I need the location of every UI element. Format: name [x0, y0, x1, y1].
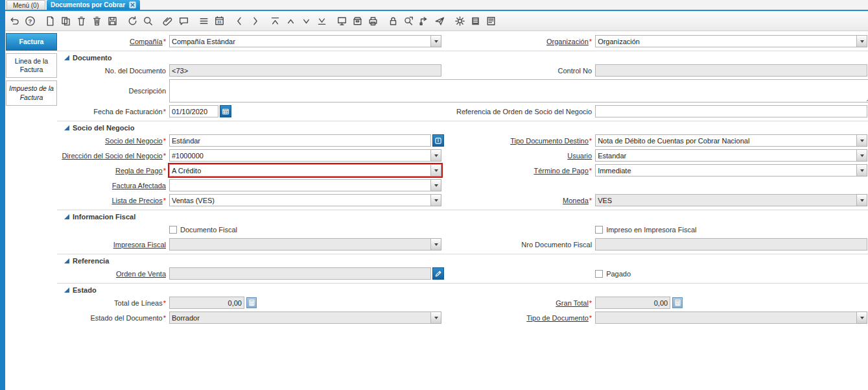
moneda-dropdown-button[interactable] — [857, 194, 867, 206]
request-icon[interactable] — [432, 13, 447, 29]
zoom-across-icon[interactable] — [401, 13, 416, 29]
copy-record-icon[interactable] — [58, 13, 73, 29]
impresora-fiscal-label[interactable]: Impresora Fiscal — [113, 241, 166, 249]
history-icon[interactable]: 31 — [211, 13, 227, 29]
impreso-impresora-fiscal-checkbox[interactable] — [595, 226, 603, 234]
control-no-input[interactable] — [595, 64, 867, 77]
tipo-documento-dropdown-button[interactable] — [857, 311, 867, 324]
no-documento-input[interactable] — [169, 64, 441, 77]
find-icon[interactable] — [140, 13, 156, 29]
tipo-documento-label[interactable]: Tipo de Documento — [526, 314, 589, 322]
report-icon[interactable] — [334, 13, 349, 29]
tipo-documento-destino-label[interactable]: Tipo Documento Destino — [510, 137, 589, 145]
descripcion-textarea[interactable] — [169, 79, 868, 103]
tab-documentos-por-cobrar[interactable]: Documentos por Cobrar — [47, 0, 140, 10]
direccion-socio-dropdown-button[interactable] — [431, 149, 441, 162]
new-record-icon[interactable] — [42, 13, 58, 29]
sidebar-tab-factura-label: Factura — [19, 38, 44, 45]
preference-icon[interactable] — [452, 13, 467, 29]
factura-afectada-label[interactable]: Factura Afectada — [112, 182, 166, 189]
sidebar-tab-impuesto-factura[interactable]: Impuesto de la Factura — [6, 80, 57, 105]
sidebar-tab-linea-factura[interactable]: Linea de la Factura — [6, 53, 57, 78]
gran-total-calculator-button[interactable] — [672, 297, 683, 308]
print-preview-icon[interactable] — [483, 13, 499, 29]
factura-afectada-input[interactable] — [169, 179, 431, 191]
lista-precios-dropdown-button[interactable] — [431, 194, 441, 206]
fecha-calendar-button[interactable] — [220, 105, 231, 117]
compania-input[interactable] — [169, 35, 431, 47]
orden-venta-input[interactable] — [169, 267, 431, 280]
section-header-documento[interactable]: Documento — [57, 52, 868, 63]
process-icon[interactable] — [467, 13, 483, 29]
organizacion-dropdown-button[interactable] — [857, 35, 867, 47]
total-lineas-input[interactable] — [169, 297, 244, 309]
total-lineas-calculator-button[interactable] — [246, 297, 257, 308]
pagado-checkbox[interactable] — [595, 270, 603, 278]
workflow-icon[interactable] — [416, 13, 432, 29]
estado-documento-input[interactable] — [169, 311, 431, 324]
moneda-label[interactable]: Moneda — [563, 197, 589, 204]
usuario-label[interactable]: Usuario — [567, 152, 592, 160]
gran-total-label[interactable]: Gran Total — [556, 299, 589, 307]
detail-record-icon[interactable] — [247, 13, 263, 29]
tab-menu[interactable]: Menú (0) — [6, 0, 45, 10]
socio-negocio-input[interactable] — [169, 134, 431, 147]
orden-venta-label[interactable]: Orden de Venta — [116, 270, 166, 278]
tipo-documento-input[interactable] — [595, 311, 857, 324]
orden-venta-edit-button[interactable] — [432, 267, 444, 280]
archive-icon[interactable] — [349, 13, 365, 29]
tipo-documento-destino-input[interactable] — [595, 134, 857, 147]
impresora-fiscal-input[interactable] — [169, 238, 431, 250]
regla-pago-dropdown-button[interactable] — [431, 164, 441, 177]
help-icon[interactable]: ? — [22, 13, 38, 29]
undo-icon[interactable] — [6, 13, 22, 29]
next-record-icon[interactable] — [298, 13, 314, 29]
tipo-documento-destino-dropdown-button[interactable] — [857, 134, 867, 147]
compania-label[interactable]: Compañía — [130, 38, 163, 45]
section-header-informacion-fiscal[interactable]: Informacion Fiscal — [57, 211, 868, 222]
nro-documento-fiscal-input[interactable] — [595, 238, 867, 250]
referencia-orden-input[interactable] — [595, 105, 867, 117]
usuario-input[interactable] — [595, 149, 857, 162]
gran-total-input[interactable] — [595, 297, 670, 309]
sidebar-tab-factura[interactable]: Factura — [6, 33, 57, 51]
termino-pago-input[interactable] — [595, 164, 857, 177]
factura-afectada-dropdown-button[interactable] — [431, 179, 441, 191]
lista-precios-input[interactable] — [169, 194, 431, 206]
attachment-icon[interactable] — [160, 13, 176, 29]
section-header-socio-negocio[interactable]: Socio del Negocio — [57, 122, 868, 133]
grid-toggle-icon[interactable] — [196, 13, 211, 29]
socio-negocio-search-button[interactable] — [432, 134, 444, 147]
impresora-fiscal-dropdown-button[interactable] — [431, 238, 441, 250]
lock-icon[interactable] — [385, 13, 401, 29]
refresh-icon[interactable] — [124, 13, 140, 29]
parent-record-icon[interactable] — [231, 13, 247, 29]
regla-pago-label[interactable]: Regla de Pago — [115, 167, 163, 175]
section-header-referencia[interactable]: Referencia — [57, 255, 868, 266]
section-header-estado[interactable]: Estado — [57, 284, 868, 295]
regla-pago-input[interactable] — [169, 164, 431, 177]
organizacion-label[interactable]: Organización — [546, 38, 589, 45]
close-icon[interactable] — [129, 1, 136, 8]
estado-documento-dropdown-button[interactable] — [431, 311, 441, 324]
usuario-dropdown-button[interactable] — [857, 149, 867, 162]
first-record-icon[interactable] — [267, 13, 283, 29]
termino-pago-dropdown-button[interactable] — [857, 164, 867, 177]
chat-icon[interactable] — [176, 13, 191, 29]
documento-fiscal-checkbox[interactable] — [169, 226, 177, 234]
print-icon[interactable] — [365, 13, 381, 29]
last-record-icon[interactable] — [314, 13, 329, 29]
organizacion-input[interactable] — [595, 35, 857, 47]
socio-negocio-label[interactable]: Socio del Negocio — [105, 137, 163, 145]
delete-selection-icon[interactable] — [89, 13, 104, 29]
lista-precios-label[interactable]: Lista de Precios — [111, 197, 162, 204]
termino-pago-label[interactable]: Término de Pago — [534, 167, 588, 175]
previous-record-icon[interactable] — [283, 13, 298, 29]
compania-dropdown-button[interactable] — [431, 35, 441, 47]
fecha-facturacion-input[interactable] — [169, 105, 218, 117]
moneda-input[interactable] — [595, 194, 857, 206]
direccion-socio-input[interactable] — [169, 149, 431, 162]
save-icon[interactable] — [104, 13, 120, 29]
direccion-socio-label[interactable]: Dirección del Socio del Negocio — [62, 152, 162, 160]
delete-record-icon[interactable] — [73, 13, 89, 29]
